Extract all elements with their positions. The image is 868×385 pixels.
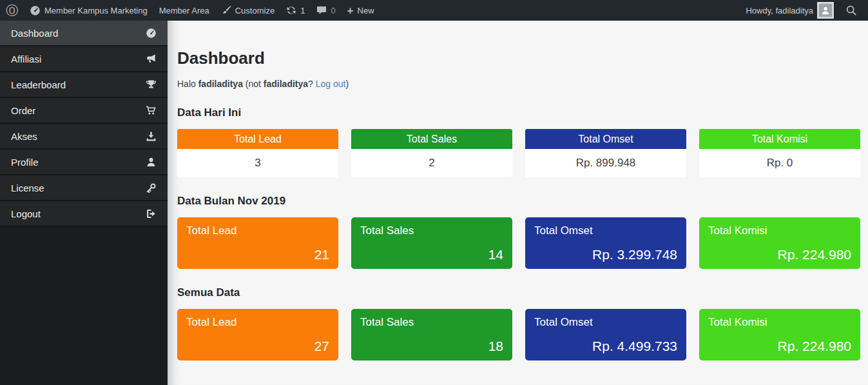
cart-icon (146, 105, 157, 116)
greeting-text: (not (243, 79, 264, 89)
comment-icon (316, 5, 327, 15)
solid-card-total-omset: Total Omset Rp. 3.299.748 (525, 217, 686, 269)
sidebar-item-label: License (11, 183, 44, 193)
solid-card-total-komisi: Total Komisi Rp. 224.980 (699, 217, 860, 269)
sidebar-item-label: Order (11, 105, 35, 116)
solid-card-total-sales: Total Sales 14 (351, 217, 512, 269)
greeting-username: fadiladitya (198, 79, 243, 89)
card-title: Total Lead (186, 316, 329, 329)
member-sidebar: Dashboard Affiliasi Leaderboard Order Ak… (0, 21, 168, 385)
site-name-link[interactable]: Member Kampus Marketing (24, 0, 153, 21)
main-content: Dashboard Halo fadiladitya (not fadiladi… (168, 21, 868, 385)
card-value: Rp. 3.299.748 (592, 247, 677, 262)
sidebar-item-label: Akses (11, 131, 37, 142)
stat-card-header: Total Komisi (699, 129, 860, 149)
card-title: Total Omset (534, 316, 677, 329)
cards-row-today: Total Lead 3 Total Sales 2 Total Omset R… (177, 129, 860, 177)
stat-card-value: 2 (351, 149, 512, 177)
stat-card-value: Rp. 899.948 (525, 149, 686, 177)
stat-card-total-omset: Total Omset Rp. 899.948 (525, 129, 686, 177)
greeting-text: Halo (177, 79, 198, 89)
section-heading-semua-data: Semua Data (177, 286, 860, 299)
logout-icon (146, 208, 157, 219)
stat-card-total-lead: Total Lead 3 (177, 129, 338, 177)
card-title: Total Lead (186, 224, 329, 237)
solid-card-total-omset: Total Omset Rp. 4.499.733 (525, 309, 686, 360)
sidebar-item-logout[interactable]: Logout (0, 201, 168, 227)
greeting-username: fadiladitya (264, 79, 308, 89)
my-account-menu[interactable]: Howdy, fadiladitya (740, 0, 840, 21)
search-icon (845, 5, 857, 16)
sidebar-item-affiliasi[interactable]: Affiliasi (0, 46, 168, 72)
card-value: 27 (314, 339, 329, 354)
customize-label: Customize (235, 6, 275, 15)
member-area-link[interactable]: Member Area (153, 0, 215, 21)
stat-card-total-sales: Total Sales 2 (351, 129, 512, 177)
section-heading-data-bulan: Data Bulan Nov 2019 (177, 195, 860, 208)
solid-card-total-lead: Total Lead 21 (177, 217, 338, 269)
wordpress-logo-icon: Ⓞ (6, 5, 18, 17)
card-value: 14 (488, 247, 503, 262)
card-value: Rp. 224.980 (778, 247, 851, 262)
sidebar-item-leaderboard[interactable]: Leaderboard (0, 72, 168, 98)
sidebar-item-profile[interactable]: Profile (0, 150, 168, 175)
stat-card-total-komisi: Total Komisi Rp. 0 (699, 129, 860, 177)
wordpress-menu-button[interactable]: Ⓞ (0, 0, 24, 21)
solid-card-total-sales: Total Sales 18 (351, 309, 512, 360)
search-button[interactable] (840, 0, 863, 21)
stat-card-header: Total Omset (525, 129, 686, 149)
card-title: Total Komisi (708, 316, 851, 329)
card-value: 21 (314, 247, 329, 262)
trophy-icon (146, 79, 157, 90)
card-title: Total Komisi (708, 224, 851, 237)
stat-card-header: Total Lead (177, 129, 338, 149)
user-icon (146, 157, 157, 168)
update-icon (286, 5, 296, 15)
solid-card-total-lead: Total Lead 27 (177, 309, 338, 360)
sidebar-item-akses[interactable]: Akses (0, 124, 168, 150)
update-count: 1 (300, 6, 305, 15)
brush-icon (221, 5, 231, 15)
card-title: Total Sales (360, 316, 503, 329)
stat-card-header: Total Sales (351, 129, 512, 149)
admin-bar-right: Howdy, fadiladitya (740, 0, 868, 21)
gauge-icon (30, 5, 41, 16)
howdy-label: Howdy, fadiladitya (746, 6, 813, 15)
sidebar-item-dashboard[interactable]: Dashboard (0, 21, 168, 46)
sidebar-item-license[interactable]: License (0, 175, 168, 201)
new-content-button[interactable]: + New (342, 0, 380, 21)
megaphone-icon (146, 54, 157, 64)
stat-card-value: 3 (177, 149, 338, 177)
updates-link[interactable]: 1 (280, 0, 311, 21)
sidebar-item-label: Logout (11, 208, 41, 219)
customize-link[interactable]: Customize (215, 0, 280, 21)
card-title: Total Omset (534, 224, 677, 237)
site-name-label: Member Kampus Marketing (44, 6, 148, 15)
logout-link[interactable]: Log out (316, 79, 346, 89)
stat-card-value: Rp. 0 (699, 149, 860, 177)
member-area-label: Member Area (159, 6, 209, 15)
wp-admin-bar: Ⓞ Member Kampus Marketing Member Area Cu… (0, 0, 868, 21)
cards-row-month: Total Lead 21 Total Sales 14 Total Omset… (177, 217, 860, 269)
admin-bar-left: Ⓞ Member Kampus Marketing Member Area Cu… (0, 0, 380, 21)
sidebar-item-label: Profile (11, 157, 39, 168)
greeting-text: ) (346, 79, 349, 89)
card-value: Rp. 224.980 (778, 339, 851, 354)
section-heading-data-hari-ini: Data Hari Ini (177, 106, 860, 119)
comment-count: 0 (331, 6, 335, 15)
cards-row-all: Total Lead 27 Total Sales 18 Total Omset… (177, 309, 860, 360)
gauge-icon (146, 28, 157, 39)
sidebar-item-label: Affiliasi (11, 54, 41, 64)
new-label: New (358, 6, 374, 15)
card-title: Total Sales (360, 224, 503, 237)
plus-icon: + (347, 5, 354, 16)
solid-card-total-komisi: Total Komisi Rp. 224.980 (699, 309, 860, 360)
key-icon (146, 183, 157, 193)
comments-link[interactable]: 0 (311, 0, 341, 21)
avatar (817, 2, 834, 19)
sidebar-item-order[interactable]: Order (0, 98, 168, 124)
sidebar-item-label: Leaderboard (11, 79, 66, 90)
greeting: Halo fadiladitya (not fadiladitya? Log o… (177, 79, 860, 89)
sidebar-item-label: Dashboard (11, 28, 58, 39)
greeting-text: ? (308, 79, 316, 89)
